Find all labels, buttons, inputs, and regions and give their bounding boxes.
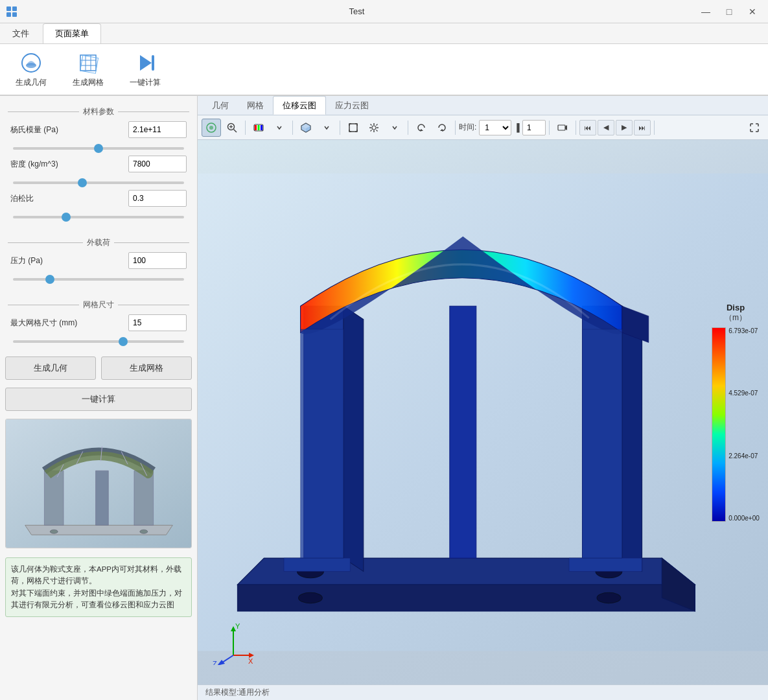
zoom-button[interactable]: [222, 119, 242, 137]
ribbon-gen-mesh[interactable]: 生成网格: [67, 49, 109, 91]
mesh-size-label: 最大网格尺寸 (mm): [10, 318, 128, 329]
density-slider[interactable]: [13, 181, 184, 184]
pressure-slider[interactable]: [13, 278, 184, 281]
colormap-button[interactable]: [249, 119, 268, 137]
youngs-modulus-input[interactable]: [128, 121, 187, 138]
tab-mesh[interactable]: 网格: [238, 96, 273, 115]
ribbon-gen-geo-label: 生成几何: [16, 77, 47, 88]
media-prev-button[interactable]: ◀: [598, 120, 614, 135]
transform-button[interactable]: [364, 119, 384, 137]
svg-rect-40: [349, 124, 357, 132]
chevron-down-icon: [276, 124, 283, 131]
svg-marker-17: [134, 471, 154, 525]
time-label: 时间:: [459, 122, 476, 133]
mesh-slider[interactable]: [13, 340, 184, 343]
media-prev-all-button[interactable]: ⏮: [579, 120, 596, 135]
svg-marker-67: [284, 558, 350, 571]
density-label: 密度 (kg/m^3): [10, 159, 128, 170]
ribbon-one-calc-label: 一键计算: [130, 77, 161, 88]
gen-mesh-icon: [76, 51, 100, 75]
tb-sep-1: [245, 121, 246, 135]
media-next-button[interactable]: ▶: [616, 120, 633, 135]
close-button[interactable]: ✕: [742, 4, 763, 19]
fit-icon: [347, 122, 359, 134]
model-canvas: Disp （m） 6.793e-07 4.529e-07 2.264e-07 0…: [198, 140, 768, 684]
tab-pagemenu[interactable]: 页面菜单: [43, 23, 101, 43]
youngs-slider[interactable]: [13, 147, 184, 150]
legend-labels: 6.793e-07 4.529e-07 2.264e-07 0.000e+00: [728, 327, 760, 522]
record-button[interactable]: [553, 119, 572, 137]
transform-down-button[interactable]: [385, 119, 404, 137]
svg-marker-71: [582, 329, 622, 558]
mesh-section: 网格尺寸 最大网格尺寸 (mm): [8, 294, 189, 349]
svg-marker-66: [450, 306, 476, 558]
poisson-slider[interactable]: [13, 216, 184, 218]
tab-stress[interactable]: 应力云图: [326, 96, 378, 115]
svg-rect-34: [258, 125, 260, 130]
colormap-icon: [253, 122, 264, 134]
zoom-icon: [226, 122, 238, 134]
cube-down-button[interactable]: [317, 119, 336, 137]
svg-point-27: [209, 126, 213, 130]
youngs-modulus-row: 杨氏模量 (Pa): [8, 121, 189, 138]
density-slider-row: [8, 176, 189, 186]
ribbon-one-calc[interactable]: 一键计算: [124, 49, 166, 91]
ribbon-gen-geo[interactable]: 生成几何: [10, 49, 52, 91]
model-button[interactable]: [296, 119, 316, 137]
preview-image: [5, 419, 192, 548]
svg-marker-68: [569, 558, 642, 571]
description-text: 该几何体为鞍式支座，本APP内可对其材料，外载荷，网格尺寸进行调节。 对其下端面…: [11, 565, 182, 609]
expand-button[interactable]: [745, 119, 764, 137]
maximize-button[interactable]: □: [719, 4, 739, 19]
svg-text:Y: Y: [235, 622, 240, 630]
tb-sep-2: [292, 121, 293, 135]
one-calc-button[interactable]: 一键计算: [5, 388, 192, 411]
calc-button-row: 一键计算: [0, 385, 197, 414]
gen-geo-button[interactable]: 生成几何: [5, 356, 96, 380]
density-row: 密度 (kg/m^3): [8, 156, 189, 172]
svg-point-60: [299, 592, 323, 603]
gen-mesh-button[interactable]: 生成网格: [101, 356, 192, 380]
tab-disp[interactable]: 位移云图: [273, 96, 326, 115]
rotate-ccw-icon: [436, 122, 448, 134]
svg-marker-15: [25, 525, 173, 535]
svg-marker-50: [419, 129, 423, 131]
rotate-ccw-button[interactable]: [432, 119, 452, 137]
transform-icon: [368, 122, 380, 134]
tab-geo[interactable]: 几何: [203, 96, 238, 115]
svg-rect-3: [12, 12, 17, 17]
density-input[interactable]: [128, 156, 187, 172]
svg-marker-70: [301, 329, 344, 558]
description-box: 该几何体为鞍式支座，本APP内可对其材料，外载荷，网格尺寸进行调节。 对其下端面…: [5, 557, 192, 617]
media-next-all-button[interactable]: ⏭: [634, 120, 651, 135]
svg-text:Z: Z: [213, 660, 217, 665]
tb-sep-5: [455, 121, 456, 135]
svg-rect-2: [6, 12, 11, 17]
viewport[interactable]: Disp （m） 6.793e-07 4.529e-07 2.264e-07 0…: [198, 140, 768, 684]
svg-point-61: [597, 592, 621, 603]
tab-file[interactable]: 文件: [0, 23, 41, 43]
svg-point-24: [50, 530, 58, 533]
left-panel: 材料参数 杨氏模量 (Pa) 密度 (kg/m^3) 泊松比: [0, 96, 198, 700]
load-section-title: 外载荷: [8, 237, 189, 248]
svg-marker-16: [44, 471, 64, 525]
time-select[interactable]: 1: [479, 120, 511, 135]
poisson-input[interactable]: [128, 190, 187, 207]
camera-view-button[interactable]: [202, 119, 221, 137]
frame-input[interactable]: [522, 120, 546, 135]
svg-rect-1: [12, 6, 17, 11]
pressure-input[interactable]: [128, 252, 187, 269]
youngs-modulus-label: 杨氏模量 (Pa): [10, 124, 128, 135]
colormap-down-button[interactable]: [270, 119, 289, 137]
svg-point-49: [372, 126, 376, 130]
svg-marker-65: [622, 306, 642, 571]
record-icon: [557, 122, 568, 134]
gen-geo-icon: [19, 51, 43, 75]
minimize-button[interactable]: —: [695, 4, 716, 19]
legend-min: 0.000e+00: [728, 515, 760, 522]
rotate-cw-button[interactable]: [412, 119, 431, 137]
mesh-size-input[interactable]: [128, 314, 187, 331]
view-toolbar: 时间: 1 ▐ ⏮ ◀ ▶ ⏭: [198, 115, 768, 140]
fit-button[interactable]: [343, 119, 363, 137]
time-control-group: 时间: 1 ▐: [459, 120, 546, 135]
